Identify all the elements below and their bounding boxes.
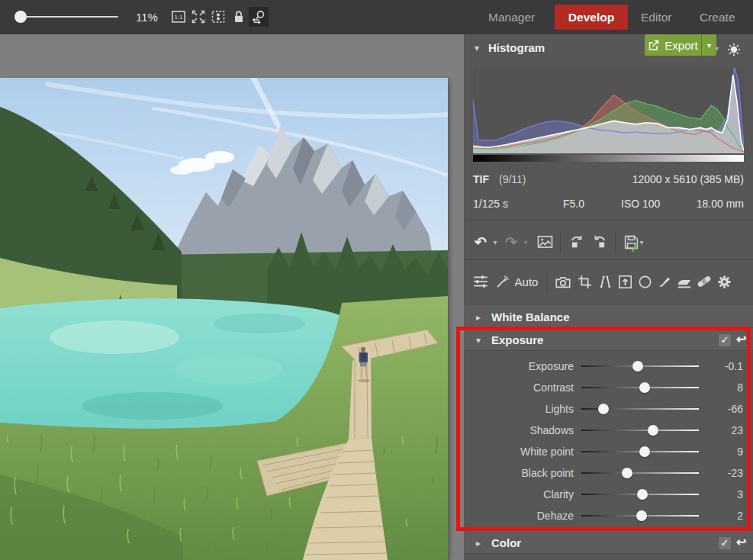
one-to-one-zoom-button[interactable]: 1:1: [169, 7, 188, 27]
expand-triangle-icon: ▸: [476, 312, 481, 323]
slider-value: -23: [705, 467, 743, 479]
export-button[interactable]: Export ▾: [645, 34, 716, 56]
radial-filter-tool-icon[interactable]: [635, 266, 655, 298]
slider-handle[interactable]: [598, 404, 609, 414]
exposure-enabled-checkbox[interactable]: ✓: [719, 334, 731, 346]
rotate-right-button[interactable]: [589, 227, 610, 257]
white-balance-title: White Balance: [491, 311, 570, 323]
file-format: TIF: [473, 173, 489, 185]
undo-button[interactable]: ↶: [471, 227, 490, 257]
tab-develop[interactable]: Develop: [555, 5, 628, 30]
quick-edits-sliders-icon[interactable]: [470, 266, 491, 298]
tab-editor[interactable]: Editor: [641, 0, 672, 34]
rotate-left-button[interactable]: [566, 227, 587, 257]
slider-row-contrast: Contrast 8: [464, 377, 753, 398]
lock-icon[interactable]: [229, 7, 249, 27]
slider-row-shadows: Shadows 23: [464, 420, 753, 441]
crop-tool-icon[interactable]: [574, 266, 595, 298]
redo-dropdown-caret-icon[interactable]: ▾: [520, 227, 531, 257]
adjustment-brush-tool-icon[interactable]: [655, 266, 674, 298]
undo-dropdown-caret-icon[interactable]: ▾: [490, 227, 500, 257]
slider-label: Contrast: [464, 381, 574, 394]
top-toolbar: 11% 1:1 Manager Develop Editor Create: [0, 0, 753, 34]
export-button-main[interactable]: Export: [645, 34, 701, 56]
section-header-white-balance[interactable]: ▸ White Balance: [464, 305, 753, 328]
svg-text:1:1: 1:1: [174, 14, 183, 21]
color-title: Color: [491, 536, 521, 549]
section-header-color[interactable]: ▸ Color ✓ ↩: [464, 531, 753, 554]
slider-row-exposure: Exposure -0.1: [464, 356, 753, 377]
slider-handle[interactable]: [639, 446, 650, 457]
dual-view-button[interactable]: [208, 7, 228, 27]
color-enabled-checkbox[interactable]: ✓: [719, 537, 731, 549]
section-header-exposure[interactable]: ▾ Exposure ✓ ↩: [464, 328, 753, 351]
deform-upright-tool-icon[interactable]: [615, 266, 635, 298]
slider-label: Lights: [464, 403, 574, 415]
iso: ISO 100: [621, 198, 660, 210]
exposure-reset-icon[interactable]: ↩: [736, 332, 746, 346]
slider-label: Black point: [464, 467, 574, 479]
slider-row-black-point: Black point -23: [464, 462, 753, 484]
auto-button-label[interactable]: Auto: [511, 266, 542, 298]
slider-value: -66: [705, 403, 743, 415]
frame-index: (9/11): [499, 173, 526, 185]
slider-handle[interactable]: [632, 361, 643, 372]
exposure-title: Exposure: [491, 333, 543, 346]
expand-triangle-icon: ▸: [476, 538, 481, 549]
slider-value: 9: [705, 446, 743, 458]
slider-value: 3: [705, 488, 743, 500]
slider-label: Exposure: [464, 360, 574, 372]
redo-button[interactable]: ↷: [502, 227, 520, 257]
slider-value: 2: [705, 510, 743, 522]
slider-handle[interactable]: [648, 425, 658, 436]
slider-handle[interactable]: [636, 510, 647, 521]
slider-handle[interactable]: [639, 382, 650, 393]
slider-handle[interactable]: [637, 489, 648, 500]
straighten-lines-tool-icon[interactable]: [595, 266, 615, 298]
black-point-slider[interactable]: [581, 472, 699, 474]
slider-label: Dehaze: [464, 510, 574, 522]
zoom-slider-handle[interactable]: [14, 11, 27, 23]
shadows-slider[interactable]: [581, 430, 699, 431]
slider-row-white-point: White point 9: [464, 441, 753, 462]
clarity-slider[interactable]: [581, 494, 699, 495]
color-reset-icon[interactable]: ↩: [736, 535, 746, 549]
compare-zoom-button[interactable]: [249, 7, 269, 27]
focal-length: 18.00 mm: [697, 198, 744, 210]
photo-preview[interactable]: [0, 78, 448, 560]
develop-side-panel: ▾ Histogram ▾ TIF (9/11) 12000 x 5610 (3…: [464, 34, 753, 560]
white-point-slider[interactable]: [581, 451, 699, 452]
slider-row-clarity: Clarity 3: [464, 484, 753, 505]
zoom-slider[interactable]: [19, 16, 118, 18]
save-dropdown-caret-icon[interactable]: ▾: [636, 227, 647, 257]
collapse-triangle-icon: ▾: [476, 335, 481, 346]
slider-label: White point: [464, 446, 574, 458]
shutter-speed: 1/125 s: [473, 198, 508, 210]
gradient-filter-tool-icon[interactable]: [674, 266, 694, 298]
photo-studio-window: 11% 1:1 Manager Develop Editor Create: [0, 0, 753, 560]
exposure-slider[interactable]: [581, 365, 699, 367]
auto-enhance-wand-icon[interactable]: [493, 266, 511, 298]
camera-lens-tools-icon[interactable]: [552, 266, 574, 298]
slider-row-dehaze: Dehaze 2: [464, 505, 753, 526]
export-icon: [648, 40, 660, 51]
contrast-slider[interactable]: [581, 387, 699, 388]
export-dropdown-caret-icon[interactable]: ▾: [701, 34, 716, 56]
image-work-area: [0, 34, 464, 560]
slider-value: 23: [705, 424, 743, 436]
histogram-tone-gradient: [473, 155, 744, 162]
slider-handle[interactable]: [622, 468, 632, 478]
show-original-image-button[interactable]: [534, 227, 555, 257]
aperture: F5.0: [563, 198, 584, 210]
healing-bandage-tool-icon[interactable]: [694, 266, 714, 298]
clipping-warning-sun-icon[interactable]: [724, 40, 744, 60]
dehaze-slider[interactable]: [581, 515, 699, 517]
slider-label: Clarity: [464, 488, 574, 500]
slider-value: 8: [705, 381, 743, 394]
lights-slider[interactable]: [581, 408, 699, 410]
fit-to-screen-button[interactable]: [188, 7, 208, 27]
histogram-title: Histogram: [488, 41, 545, 54]
settings-gear-icon[interactable]: [714, 266, 734, 298]
tab-manager[interactable]: Manager: [488, 0, 535, 34]
tab-create[interactable]: Create: [700, 0, 735, 34]
